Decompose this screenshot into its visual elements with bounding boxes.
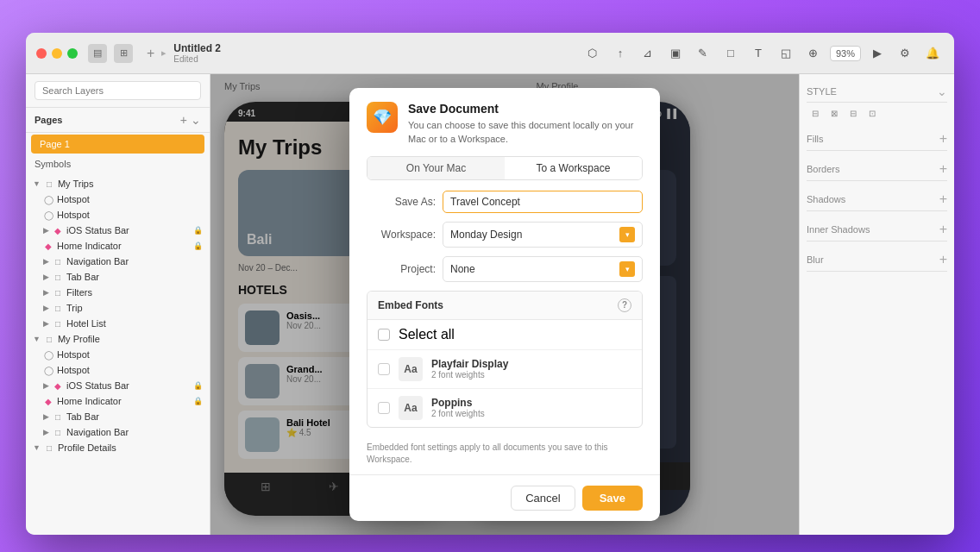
- project-value: None: [450, 263, 475, 275]
- modal-header-text: Save Document You can choose to save thi…: [408, 102, 643, 146]
- close-button[interactable]: [36, 48, 47, 59]
- playfair-checkbox[interactable]: [378, 363, 390, 375]
- layer-label: iOS Status Bar: [66, 225, 129, 235]
- layer-tab-bar-2[interactable]: ▶ □ Tab Bar: [26, 409, 210, 424]
- pages-chevron-icon[interactable]: ⌄: [191, 113, 201, 127]
- embed-fonts-header: Embed Fonts ?: [368, 292, 642, 320]
- grid-view-icon[interactable]: ⊞: [114, 44, 133, 63]
- embed-fonts-help-icon[interactable]: ?: [618, 298, 631, 312]
- cancel-button[interactable]: Cancel: [511, 486, 575, 511]
- chevron-right-icon: ▶: [43, 273, 49, 281]
- select-all-checkbox[interactable]: [378, 329, 390, 341]
- modal-title: Save Document: [408, 102, 643, 116]
- tab-on-your-mac[interactable]: On Your Mac: [368, 157, 505, 179]
- maximize-button[interactable]: [67, 48, 78, 59]
- layer-navigation-bar-2[interactable]: ▶ □ Navigation Bar: [26, 424, 210, 440]
- layers-panel: ▼ □ My Trips ◯ Hotspot ◯ Hotspot ▶ ◆ iOS…: [26, 172, 210, 535]
- sidebar-toggle-icon[interactable]: ▤: [88, 44, 107, 63]
- inner-shadows-add-icon[interactable]: +: [939, 222, 947, 237]
- notification-icon[interactable]: 🔔: [921, 42, 944, 65]
- folder-icon: □: [53, 411, 63, 422]
- layer-profile-details[interactable]: ▼ □ Profile Details: [26, 440, 210, 455]
- playfair-weights: 2 font weights: [431, 370, 508, 380]
- align-right-tab[interactable]: ⊟: [845, 106, 862, 121]
- blur-add-icon[interactable]: +: [939, 252, 947, 267]
- pages-label: Pages: [35, 115, 180, 125]
- layer-hotspot-3[interactable]: ◯ Hotspot: [26, 347, 210, 362]
- layer-label: My Trips: [58, 179, 94, 189]
- symbols-item[interactable]: Symbols: [26, 155, 210, 172]
- fills-add-icon[interactable]: +: [939, 131, 947, 147]
- align-left-tab[interactable]: ⊟: [807, 106, 824, 121]
- modal-description: You can choose to save this document loc…: [408, 119, 643, 146]
- add-icon[interactable]: +: [147, 46, 154, 61]
- layer-label: Hotspot: [57, 210, 90, 220]
- inner-shadows-header: Inner Shadows +: [807, 218, 947, 242]
- save-button[interactable]: Save: [582, 486, 643, 511]
- canvas: My Trips My Profile 9:41 ▐▐▐ ◉ ▐▐ My Tri…: [210, 74, 799, 535]
- zoom-in-tool[interactable]: ⊕: [802, 42, 825, 65]
- scale-tool[interactable]: ⊿: [637, 42, 659, 65]
- layer-navigation-bar-1[interactable]: ▶ □ Navigation Bar: [26, 254, 210, 269]
- layer-home-indicator-2[interactable]: ◆ Home Indicator 🔒: [26, 393, 210, 409]
- shadows-add-icon[interactable]: +: [939, 191, 947, 207]
- embed-fonts-title: Embed Fonts: [378, 299, 443, 311]
- style-chevron-icon[interactable]: ⌄: [937, 85, 947, 98]
- layer-hotspot-1[interactable]: ◯ Hotspot: [26, 191, 210, 207]
- lock-icon: 🔒: [193, 397, 203, 405]
- layer-ios-status-bar-1[interactable]: ▶ ◆ iOS Status Bar 🔒: [26, 223, 210, 238]
- add-page-icon[interactable]: +: [180, 113, 187, 127]
- poppins-weights: 2 font weights: [431, 409, 485, 418]
- layer-label: Home Indicator: [57, 396, 122, 406]
- document-title: Untitled 2 Edited: [173, 42, 221, 64]
- layer-hotspot-4[interactable]: ◯ Hotspot: [26, 362, 210, 378]
- layer-hotspot-2[interactable]: ◯ Hotspot: [26, 207, 210, 223]
- save-as-input[interactable]: [443, 191, 643, 213]
- save-as-label: Save As:: [367, 196, 436, 208]
- layer-hotel-list[interactable]: ▶ □ Hotel List: [26, 316, 210, 331]
- pen-tool[interactable]: ✎: [692, 42, 714, 65]
- poppins-checkbox[interactable]: [378, 402, 390, 414]
- poppins-name: Poppins: [431, 397, 485, 409]
- play-button[interactable]: ▶: [866, 42, 889, 65]
- borders-add-icon[interactable]: +: [939, 161, 947, 177]
- layer-home-indicator-1[interactable]: ◆ Home Indicator 🔒: [26, 238, 210, 254]
- symbol-icon: ◆: [43, 241, 53, 251]
- layer-trip[interactable]: ▶ □ Trip: [26, 300, 210, 316]
- align-center-tab[interactable]: ⊠: [826, 106, 843, 121]
- settings-icon[interactable]: ⚙: [894, 42, 916, 65]
- layer-label: Home Indicator: [57, 241, 122, 251]
- shape-tool[interactable]: □: [719, 42, 742, 65]
- move-tool[interactable]: ↑: [609, 42, 631, 65]
- borders-label: Borders: [807, 164, 840, 174]
- layer-ios-status-bar-2[interactable]: ▶ ◆ iOS Status Bar 🔒: [26, 378, 210, 393]
- page-1-item[interactable]: Page 1: [31, 135, 204, 154]
- layer-my-trips[interactable]: ▼ □ My Trips: [26, 176, 210, 191]
- sidebar: Pages + ⌄ Page 1 Symbols ▼ □ My Trips ◯ …: [26, 74, 210, 535]
- embed-note: Embedded font settings apply to all docu…: [367, 436, 643, 474]
- layer-label: Hotspot: [57, 365, 90, 375]
- layer-tab-bar-1[interactable]: ▶ □ Tab Bar: [26, 269, 210, 285]
- minimize-button[interactable]: [52, 48, 62, 59]
- layer-my-profile[interactable]: ▼ □ My Profile: [26, 331, 210, 347]
- zoom-level[interactable]: 93%: [830, 46, 861, 61]
- sketch-app-icon: 💎: [367, 102, 398, 133]
- tab-to-a-workspace[interactable]: To a Workspace: [505, 157, 642, 179]
- sidebar-search-container: [26, 74, 210, 108]
- text-tool[interactable]: T: [747, 42, 770, 65]
- layer-filters[interactable]: ▶ □ Filters: [26, 285, 210, 300]
- project-label: Project:: [367, 263, 436, 275]
- distribute-tab[interactable]: ⊡: [864, 106, 881, 121]
- lock-icon: 🔒: [193, 226, 203, 235]
- project-select[interactable]: None ▾: [443, 256, 643, 282]
- search-layers-input[interactable]: [35, 81, 201, 100]
- save-document-modal: 💎 Save Document You can choose to save t…: [349, 88, 660, 521]
- traffic-lights: [36, 48, 78, 59]
- workspace-select[interactable]: Monday Design ▾: [443, 222, 643, 248]
- app-window: ▤ ⊞ + ▸ Untitled 2 Edited ⬡ ↑ ⊿ ▣ ✎ □ T …: [26, 33, 954, 535]
- insert-tool[interactable]: ⬡: [581, 42, 604, 65]
- crop-tool[interactable]: ▣: [664, 42, 687, 65]
- lock-icon: 🔒: [193, 381, 203, 390]
- hotspot-tool[interactable]: ◱: [775, 42, 797, 65]
- chevron-right-icon: ▶: [43, 288, 49, 297]
